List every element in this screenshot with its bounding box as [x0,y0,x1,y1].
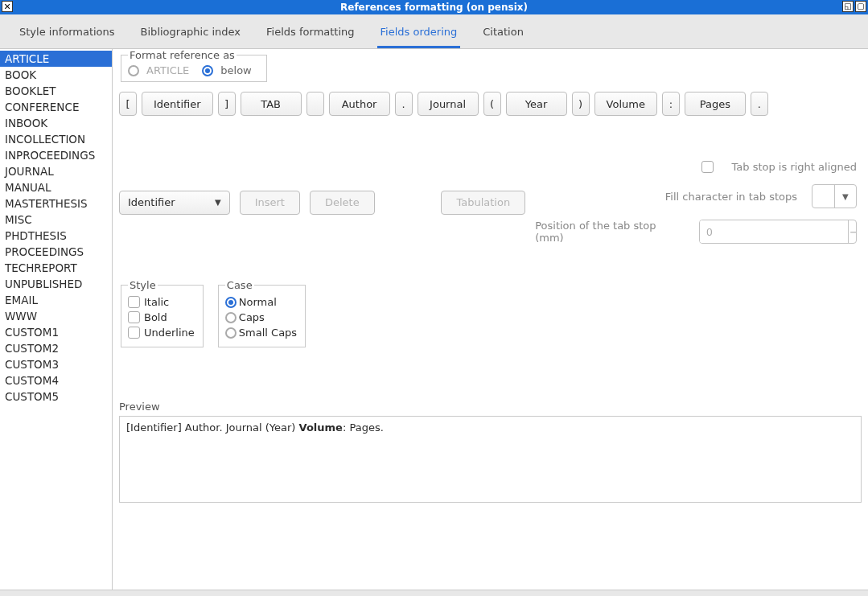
sidebar-item-incollection[interactable]: INCOLLECTION [0,131,112,147]
fill-char-label: Fill character in tab stops [665,191,797,203]
tab-right-aligned-label: Tab stop is right aligned [732,161,857,173]
window-restore-icon[interactable]: ◱ [842,1,854,12]
separator-token[interactable]: . [751,92,768,116]
window-close-icon[interactable]: ✕ [2,1,13,12]
field-token-volume[interactable]: Volume [594,92,657,116]
sidebar-item-book[interactable]: BOOK [0,67,112,83]
tab-fields-ordering[interactable]: Fields ordering [377,21,461,48]
bold-label: Bold [144,311,167,323]
insert-button[interactable]: Insert [240,191,300,215]
fill-char-combo[interactable]: ▼ [812,184,857,208]
field-token-pages[interactable]: Pages [685,92,746,116]
field-select-value: Identifier [128,196,175,208]
sidebar-item-custom3[interactable]: CUSTOM3 [0,356,112,372]
preview-box: [Identifier] Author. Journal (Year) Volu… [119,416,862,503]
case-legend: Case [225,279,254,291]
chevron-down-icon: ▼ [215,198,221,207]
tab-right-aligned-checkbox[interactable] [701,161,714,173]
italic-label: Italic [144,296,169,308]
sidebar-item-techreport[interactable]: TECHREPORT [0,260,112,276]
separator-token[interactable] [306,92,324,116]
separator-token[interactable]: [ [119,92,137,116]
field-token-identifier[interactable]: Identifier [142,92,213,116]
case-smallcaps-label: Small Caps [239,327,297,339]
italic-checkbox[interactable] [128,296,140,308]
tab-position-input[interactable] [700,220,848,243]
footer: Save Cancel [0,590,868,596]
tab-position-label: Position of the tab stop (mm) [535,220,685,244]
sidebar-item-inproceedings[interactable]: INPROCEEDINGS [0,147,112,163]
sidebar-item-masterthesis[interactable]: MASTERTHESIS [0,195,112,212]
preview-text-pre: [Identifier] Author. Journal (Year) [126,421,299,434]
sidebar-item-email[interactable]: EMAIL [0,292,112,308]
stepper-minus-button[interactable]: − [848,220,857,243]
sidebar-item-article[interactable]: ARTICLE [0,51,112,67]
sidebar-item-custom1[interactable]: CUSTOM1 [0,324,112,340]
sidebar-item-booklet[interactable]: BOOKLET [0,83,112,99]
format-reference-as-group: Format reference as ARTICLE below [121,49,267,82]
underline-checkbox[interactable] [128,327,140,339]
sidebar-item-custom5[interactable]: CUSTOM5 [0,388,112,405]
tab-bar: Style informations Bibliographic index F… [0,14,868,49]
sidebar-item-www[interactable]: WWW [0,308,112,324]
sidebar-item-manual[interactable]: MANUAL [0,179,112,195]
underline-label: Underline [144,327,195,339]
style-legend: Style [128,279,158,291]
content-panel: Format reference as ARTICLE below [Ident… [113,49,868,590]
window-maximize-icon[interactable]: ▢ [855,1,866,12]
fill-char-value [812,185,834,208]
preview-text-post: : Pages. [343,421,384,434]
window-titlebar: ✕ References formatting (on pensix) ◱ ▢ [0,0,868,14]
field-token-year[interactable]: Year [506,92,567,116]
window-title: References formatting (on pensix) [340,2,528,13]
tab-style-informations[interactable]: Style informations [16,21,118,48]
sidebar-item-custom2[interactable]: CUSTOM2 [0,340,112,356]
case-normal-label: Normal [239,296,277,308]
tab-bibliographic-index[interactable]: Bibliographic index [138,21,244,48]
radio-article[interactable] [128,65,139,76]
sidebar-item-phdthesis[interactable]: PHDTHESIS [0,228,112,244]
tab-citation[interactable]: Citation [479,21,527,48]
sidebar-item-unpublished[interactable]: UNPUBLISHED [0,276,112,292]
case-smallcaps-radio[interactable] [225,327,237,339]
tab-options: Tab stop is right aligned Fill character… [535,161,862,244]
preview-text-bold: Volume [299,421,343,434]
field-token-tab[interactable]: TAB [241,92,302,116]
field-token-author[interactable]: Author [329,92,390,116]
sidebar-item-custom4[interactable]: CUSTOM4 [0,372,112,388]
tab-position-stepper[interactable]: − + [699,220,857,244]
radio-below-label: below [220,64,251,76]
separator-token[interactable]: ) [572,92,590,116]
format-reference-legend: Format reference as [128,49,237,61]
field-token-row: [Identifier]TABAuthor.Journal(Year)Volum… [119,92,862,116]
separator-token[interactable]: . [395,92,413,116]
separator-token[interactable]: : [662,92,680,116]
radio-article-label: ARTICLE [146,64,189,76]
style-group: Style Italic Bold Underline [121,279,204,347]
case-normal-radio[interactable] [225,297,237,308]
sidebar-item-proceedings[interactable]: PROCEEDINGS [0,244,112,260]
separator-token[interactable]: ] [218,92,236,116]
field-token-journal[interactable]: Journal [418,92,479,116]
entry-type-list[interactable]: ARTICLEBOOKBOOKLETCONFERENCEINBOOKINCOLL… [0,49,113,590]
tab-fields-formatting[interactable]: Fields formatting [263,21,357,48]
separator-token[interactable]: ( [483,92,501,116]
case-caps-label: Caps [239,311,265,323]
sidebar-item-misc[interactable]: MISC [0,212,112,228]
preview-label: Preview [119,401,862,413]
case-group: Case Normal Caps Small Caps [218,279,306,347]
sidebar-item-conference[interactable]: CONFERENCE [0,99,112,115]
tabulation-button[interactable]: Tabulation [441,191,525,215]
delete-button[interactable]: Delete [310,191,375,215]
field-select-combo[interactable]: Identifier ▼ [119,191,230,215]
sidebar-item-journal[interactable]: JOURNAL [0,163,112,179]
case-caps-radio[interactable] [225,312,237,323]
sidebar-item-inbook[interactable]: INBOOK [0,115,112,131]
radio-below[interactable] [202,65,213,76]
chevron-down-icon: ▼ [834,185,857,208]
bold-checkbox[interactable] [128,311,140,323]
